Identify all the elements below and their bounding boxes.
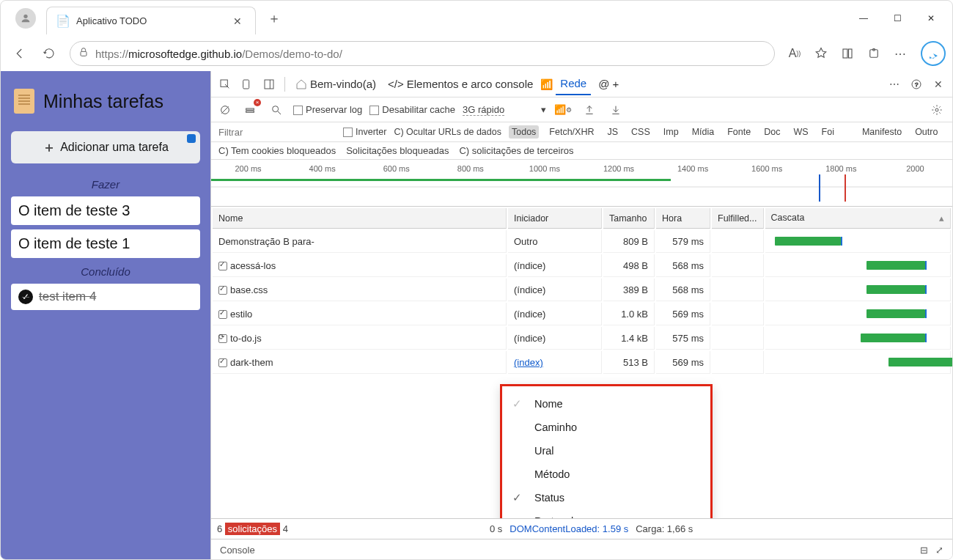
wifi-config-icon[interactable]: 📶⚙ bbox=[553, 100, 573, 119]
new-tab-button[interactable]: ＋ bbox=[263, 7, 285, 29]
filter-type[interactable]: Manifesto bbox=[859, 125, 905, 139]
profile-avatar[interactable] bbox=[15, 8, 36, 29]
context-menu-item[interactable]: Ural bbox=[502, 439, 710, 463]
filter-type[interactable]: Todos bbox=[509, 125, 539, 139]
network-table: Nome Iniciador Tamanho Hora Fulfilled...… bbox=[211, 207, 952, 375]
download-icon[interactable] bbox=[606, 100, 625, 119]
minimize-button[interactable]: ― bbox=[847, 4, 880, 33]
device-icon[interactable] bbox=[238, 75, 257, 94]
close-window-button[interactable]: ✕ bbox=[914, 4, 948, 33]
network-timeline[interactable]: 200 ms 400 ms 600 ms 800 ms 1000 ms 1200… bbox=[211, 160, 952, 207]
filter-type[interactable]: CSS bbox=[628, 125, 653, 139]
wifi-icon: 📶 bbox=[540, 78, 553, 90]
devtools-more-icon[interactable]: ⋯ bbox=[885, 75, 904, 94]
tab-elements[interactable]: </>Elementos e arco console bbox=[383, 73, 537, 95]
network-row[interactable]: estilo(índice)1.0 kB569 ms bbox=[213, 303, 951, 325]
svg-rect-1 bbox=[81, 51, 87, 56]
filter-type[interactable]: Foi bbox=[819, 125, 837, 139]
context-menu-item[interactable]: Protocolo bbox=[502, 509, 710, 518]
context-menu-item[interactable]: Método bbox=[502, 463, 710, 486]
network-row[interactable]: Demonstração B para-Outro809 B579 ms bbox=[213, 230, 951, 253]
filter-type[interactable]: Fetch/XHR bbox=[546, 125, 597, 139]
svg-rect-16 bbox=[246, 111, 254, 112]
throttling-select[interactable]: 3G rápido bbox=[463, 104, 504, 116]
column-context-menu: ✓NomeCaminhoUralMétodo✓StatusProtocoloEs… bbox=[500, 384, 713, 518]
issues-icon[interactable]: ⊟ bbox=[920, 545, 928, 556]
maximize-button[interactable]: ☐ bbox=[880, 4, 914, 33]
blocked-cookies-filter[interactable]: C) Tem cookies bloqueados bbox=[218, 145, 336, 156]
todo-section-label: Fazer bbox=[11, 178, 200, 191]
browser-tab[interactable]: 📄 Aplicativo TODO ✕ bbox=[46, 7, 256, 34]
expand-icon[interactable]: ⤢ bbox=[935, 545, 943, 556]
collections-icon[interactable] bbox=[835, 43, 860, 65]
svg-rect-9 bbox=[265, 80, 273, 89]
inspect-icon[interactable] bbox=[216, 75, 235, 94]
todo-app-pane: Minhas tarefas ＋ Adicionar uma tarefa Fa… bbox=[1, 71, 210, 560]
col-cascade[interactable]: Cascata▴ bbox=[765, 208, 952, 229]
filter-input[interactable] bbox=[218, 127, 336, 138]
filter-type[interactable]: Doc bbox=[761, 125, 783, 139]
filter-type[interactable]: Fonte bbox=[724, 125, 754, 139]
bing-button[interactable] bbox=[920, 40, 946, 67]
settings-icon[interactable] bbox=[927, 100, 946, 119]
svg-rect-3 bbox=[849, 49, 853, 58]
preserve-log-checkbox[interactable]: Preservar log bbox=[293, 104, 362, 115]
col-time[interactable]: Hora bbox=[656, 208, 710, 229]
back-button[interactable] bbox=[7, 40, 33, 67]
filter-type[interactable]: Outro bbox=[912, 125, 941, 139]
filter-type[interactable]: Mídia bbox=[689, 125, 718, 139]
invert-checkbox[interactable]: Inverter bbox=[343, 127, 386, 137]
add-task-button[interactable]: ＋ Adicionar uma tarefa bbox=[11, 131, 200, 163]
blocked-requests-filter[interactable]: Solicitações bloqueadas bbox=[346, 145, 449, 156]
upload-icon[interactable] bbox=[580, 100, 599, 119]
tab-more[interactable]: @ + bbox=[594, 73, 623, 95]
task-item[interactable]: O item de teste 3 bbox=[11, 196, 200, 225]
clear-icon[interactable]: × bbox=[240, 100, 260, 119]
network-row[interactable]: dark-them(index)513 B569 ms bbox=[213, 351, 951, 374]
col-size[interactable]: Tamanho bbox=[603, 208, 655, 229]
more-icon[interactable]: ⋯ bbox=[888, 43, 913, 65]
network-row[interactable]: base.css(índice)389 B568 ms bbox=[213, 279, 951, 301]
extensions-icon[interactable] bbox=[861, 43, 886, 65]
filter-type[interactable]: Imp bbox=[661, 125, 682, 139]
devtools-pane: Bem-vindo(a) </>Elementos e arco console… bbox=[210, 71, 952, 560]
read-aloud-icon[interactable]: A)) bbox=[782, 43, 807, 65]
address-bar[interactable]: https://microsoftedge.github.io/Demos/de… bbox=[70, 41, 775, 66]
network-row[interactable]: to-do.js(índice)1.4 kB575 ms bbox=[213, 327, 951, 350]
tab-network[interactable]: Rede bbox=[556, 73, 591, 95]
app-title: Minhas tarefas bbox=[43, 91, 163, 112]
col-initiator[interactable]: Iniciador bbox=[508, 208, 602, 229]
svg-line-18 bbox=[278, 111, 281, 114]
dropdown-icon[interactable]: ▾ bbox=[541, 104, 546, 115]
dock-icon[interactable] bbox=[260, 75, 279, 94]
done-section-label: Concluído bbox=[11, 265, 200, 278]
close-devtools-icon[interactable]: ✕ bbox=[929, 75, 948, 94]
filter-type[interactable]: WS bbox=[790, 125, 811, 139]
context-menu-item[interactable]: Caminho bbox=[502, 416, 710, 439]
tab-welcome[interactable]: Bem-vindo(a) bbox=[291, 73, 380, 95]
hide-data-urls[interactable]: C) Ocultar URLs de dados bbox=[394, 127, 501, 137]
stop-record-icon[interactable] bbox=[217, 102, 233, 118]
search-icon[interactable] bbox=[267, 100, 286, 119]
task-item[interactable]: O item de teste 1 bbox=[11, 229, 200, 258]
col-fulfilled[interactable]: Fulfilled... bbox=[712, 208, 764, 229]
network-row[interactable]: acessá-los(índice)498 B568 ms bbox=[213, 254, 951, 277]
col-name[interactable]: Nome bbox=[213, 208, 507, 229]
filter-type[interactable]: JS bbox=[604, 125, 621, 139]
favorite-icon[interactable] bbox=[809, 43, 834, 65]
task-item-done[interactable]: ✓ test item 4 bbox=[11, 284, 200, 310]
context-menu-item[interactable]: ✓Nome bbox=[502, 392, 710, 416]
svg-rect-15 bbox=[246, 108, 254, 110]
clipboard-icon bbox=[14, 89, 34, 114]
help-icon[interactable]: ? bbox=[907, 75, 926, 94]
close-tab-icon[interactable]: ✕ bbox=[230, 15, 245, 27]
refresh-button[interactable] bbox=[36, 40, 62, 67]
svg-text:?: ? bbox=[915, 81, 919, 87]
context-menu-item[interactable]: ✓Status bbox=[502, 486, 710, 509]
lock-icon bbox=[78, 46, 89, 61]
disable-cache-checkbox[interactable]: Desabilitar cache bbox=[369, 104, 455, 115]
console-drawer[interactable]: Console ⊟ ⤢ bbox=[211, 539, 952, 560]
tab-title: Aplicativo TODO bbox=[76, 15, 223, 26]
third-party-filter[interactable]: C) solicitações de terceiros bbox=[459, 145, 573, 156]
timing-status: 0 s DOMContentLoaded: 1.59 s Carga: 1,66… bbox=[211, 518, 952, 539]
